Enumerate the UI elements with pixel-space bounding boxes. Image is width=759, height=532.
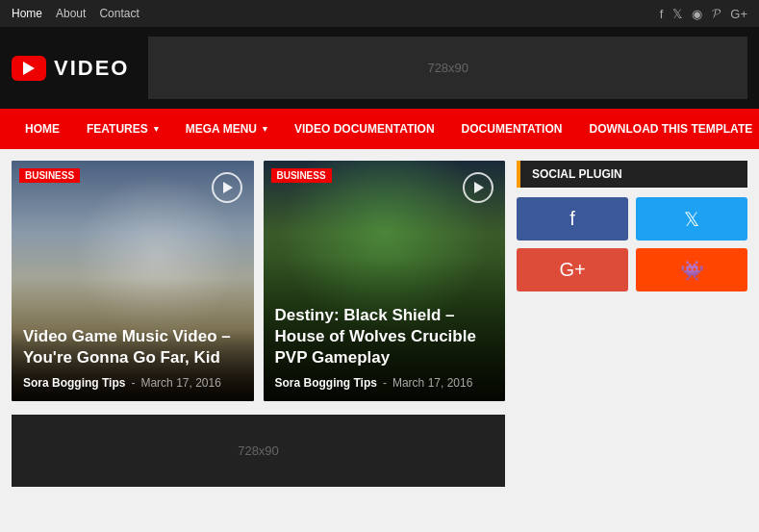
logo-play-icon xyxy=(12,56,46,81)
facebook-icon: f xyxy=(569,208,575,230)
googleplus-social-button[interactable]: G+ xyxy=(517,248,628,291)
nav-home[interactable]: HOME xyxy=(12,109,73,149)
card-2-date: March 17, 2016 xyxy=(392,376,472,390)
pinterest-top-icon[interactable]: 𝓟 xyxy=(712,6,721,21)
nav-video-documentation[interactable]: VIDEO DOCUMENTATION xyxy=(281,109,448,149)
nav-mega-menu-label: MEGA MENU xyxy=(186,122,257,136)
card-2-play-button[interactable] xyxy=(463,172,493,203)
bottom-ad-size: 728x90 xyxy=(238,443,279,458)
chevron-down-icon-2: ▾ xyxy=(263,124,267,134)
facebook-top-icon[interactable]: f xyxy=(660,7,664,21)
video-card-2[interactable]: BUSINESS Destiny: Black Shield – House o… xyxy=(264,161,506,401)
reddit-social-button[interactable]: 👾 xyxy=(636,248,747,291)
video-card-1[interactable]: BUSINESS Video Game Music Video – You're… xyxy=(12,161,254,401)
card-2-separator: - xyxy=(383,376,387,390)
top-navigation: Home About Contact xyxy=(12,7,139,20)
header-ad-size: 728x90 xyxy=(427,61,468,75)
social-buttons-grid: f 𝕏 G+ 👾 xyxy=(517,197,747,291)
card-1-play-button[interactable] xyxy=(212,172,242,203)
header-advertisement: 728x90 xyxy=(148,37,747,99)
site-header: VIDEO 728x90 xyxy=(0,27,759,109)
card-2-category: BUSINESS xyxy=(271,168,332,183)
twitter-icon: 𝕏 xyxy=(684,208,699,231)
main-navbar: HOME FEATURES ▾ MEGA MENU ▾ VIDEO DOCUME… xyxy=(0,109,759,149)
card-1-category: BUSINESS xyxy=(19,168,80,183)
googleplus-top-icon[interactable]: G+ xyxy=(730,7,747,21)
instagram-top-icon[interactable]: ◉ xyxy=(692,7,702,21)
nav-home[interactable]: Home xyxy=(12,7,42,20)
facebook-social-button[interactable]: f xyxy=(517,197,628,241)
chevron-down-icon: ▾ xyxy=(154,124,159,134)
nav-documentation[interactable]: DOCUMENTATION xyxy=(448,109,576,149)
social-plugin-widget: SOCIAL PLUGIN f 𝕏 G+ 👾 xyxy=(517,161,747,291)
twitter-social-button[interactable]: 𝕏 xyxy=(636,197,747,241)
card-1-date: March 17, 2016 xyxy=(140,376,220,390)
top-bar: Home About Contact f 𝕏 ◉ 𝓟 G+ xyxy=(0,0,759,27)
top-social-icons: f 𝕏 ◉ 𝓟 G+ xyxy=(660,6,747,21)
nav-mega-menu[interactable]: MEGA MENU ▾ xyxy=(172,109,281,149)
reddit-icon: 👾 xyxy=(680,259,704,282)
card-1-separator: - xyxy=(131,376,135,390)
main-column: BUSINESS Video Game Music Video – You're… xyxy=(12,161,505,487)
card-2-title: Destiny: Black Shield – House of Wolves … xyxy=(275,305,494,368)
card-1-overlay: Video Game Music Video – You're Gonna Go… xyxy=(12,278,254,401)
card-2-meta: Sora Bogging Tips - March 17, 2016 xyxy=(275,376,494,390)
twitter-top-icon[interactable]: 𝕏 xyxy=(672,7,682,21)
video-cards-grid: BUSINESS Video Game Music Video – You're… xyxy=(12,161,505,401)
main-content-area: BUSINESS Video Game Music Video – You're… xyxy=(0,149,759,498)
nav-features[interactable]: FEATURES ▾ xyxy=(73,109,172,149)
site-logo[interactable]: VIDEO xyxy=(12,56,129,81)
card-1-author: Sora Bogging Tips xyxy=(23,376,125,390)
card-1-meta: Sora Bogging Tips - March 17, 2016 xyxy=(23,376,242,390)
nav-about[interactable]: About xyxy=(56,7,86,20)
bottom-advertisement: 728x90 xyxy=(12,415,505,487)
card-2-overlay: Destiny: Black Shield – House of Wolves … xyxy=(264,257,506,401)
nav-download-template[interactable]: DOWNLOAD THIS TEMPLATE xyxy=(575,109,759,149)
logo-text: VIDEO xyxy=(54,56,129,81)
nav-features-label: FEATURES xyxy=(87,122,148,136)
nav-items-container: HOME FEATURES ▾ MEGA MENU ▾ VIDEO DOCUME… xyxy=(12,109,759,149)
widget-title-social: SOCIAL PLUGIN xyxy=(517,161,747,188)
card-2-author: Sora Bogging Tips xyxy=(275,376,377,390)
card-1-title: Video Game Music Video – You're Gonna Go… xyxy=(23,326,242,368)
right-sidebar: SOCIAL PLUGIN f 𝕏 G+ 👾 xyxy=(517,161,747,487)
googleplus-icon: G+ xyxy=(559,259,585,281)
nav-contact[interactable]: Contact xyxy=(99,7,139,20)
